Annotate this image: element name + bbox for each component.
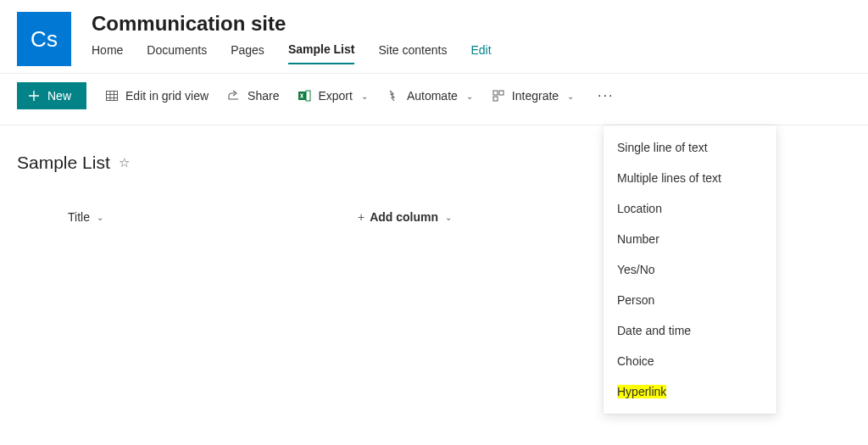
edit-grid-view-button[interactable]: Edit in grid view — [105, 89, 209, 103]
integrate-icon — [492, 89, 505, 103]
list-title: Sample List — [17, 153, 110, 173]
menu-item-location[interactable]: Location — [604, 193, 776, 224]
nav-documents[interactable]: Documents — [147, 43, 207, 64]
menu-item-yes-no[interactable]: Yes/No — [604, 254, 776, 285]
new-button[interactable]: New — [17, 82, 86, 109]
plus-icon — [27, 89, 41, 103]
automate-button[interactable]: Automate ⌄ — [387, 89, 473, 103]
automate-icon — [387, 89, 400, 103]
menu-item-date-and-time[interactable]: Date and time — [604, 315, 776, 346]
share-label: Share — [248, 89, 279, 103]
svg-rect-2 — [306, 91, 310, 101]
column-title-label: Title — [68, 210, 90, 224]
column-title[interactable]: Title ⌄ — [68, 210, 103, 224]
chevron-down-icon: ⌄ — [567, 92, 574, 101]
chevron-down-icon: ⌄ — [445, 213, 452, 222]
nav-edit[interactable]: Edit — [470, 43, 491, 64]
site-header: Cs Communication site Home Documents Pag… — [0, 0, 868, 66]
menu-item-multiple-lines-text[interactable]: Multiple lines of text — [604, 163, 776, 193]
edit-grid-view-label: Edit in grid view — [125, 89, 209, 103]
menu-item-single-line-text[interactable]: Single line of text — [604, 132, 776, 163]
svg-rect-5 — [493, 97, 498, 101]
chevron-down-icon: ⌄ — [97, 213, 103, 222]
menu-item-person[interactable]: Person — [604, 285, 776, 315]
site-logo[interactable]: Cs — [17, 12, 71, 66]
add-column-button[interactable]: + Add column ⌄ — [358, 210, 452, 224]
site-info: Communication site Home Documents Pages … — [92, 12, 492, 64]
grid-icon — [105, 89, 119, 103]
add-column-menu: Single line of text Multiple lines of te… — [604, 125, 776, 414]
nav-pages[interactable]: Pages — [231, 43, 264, 64]
share-icon — [227, 89, 241, 103]
site-title: Communication site — [92, 12, 492, 36]
export-button[interactable]: Export ⌄ — [298, 89, 367, 103]
excel-icon — [298, 89, 311, 103]
new-button-label: New — [47, 89, 71, 103]
automate-label: Automate — [407, 89, 458, 103]
command-bar: New Edit in grid view Share Export ⌄ Aut… — [0, 74, 868, 118]
integrate-button[interactable]: Integrate ⌄ — [492, 89, 574, 103]
menu-item-hyperlink[interactable]: Hyperlink — [604, 376, 776, 407]
menu-item-number[interactable]: Number — [604, 224, 776, 254]
integrate-label: Integrate — [512, 89, 559, 103]
nav-site-contents[interactable]: Site contents — [378, 43, 447, 64]
nav-home[interactable]: Home — [92, 43, 123, 64]
nav-sample-list[interactable]: Sample List — [288, 42, 355, 64]
top-nav: Home Documents Pages Sample List Site co… — [92, 42, 492, 64]
svg-rect-4 — [499, 91, 504, 95]
svg-rect-3 — [493, 91, 498, 95]
menu-item-choice[interactable]: Choice — [604, 346, 776, 376]
svg-rect-0 — [107, 92, 118, 101]
chevron-down-icon: ⌄ — [361, 92, 368, 101]
chevron-down-icon: ⌄ — [466, 92, 473, 101]
add-column-label: Add column — [370, 210, 438, 224]
plus-icon: + — [358, 210, 364, 224]
more-actions-button[interactable]: ··· — [593, 88, 619, 103]
share-button[interactable]: Share — [227, 89, 279, 103]
favorite-star-icon[interactable]: ☆ — [119, 155, 130, 170]
export-label: Export — [318, 89, 352, 103]
